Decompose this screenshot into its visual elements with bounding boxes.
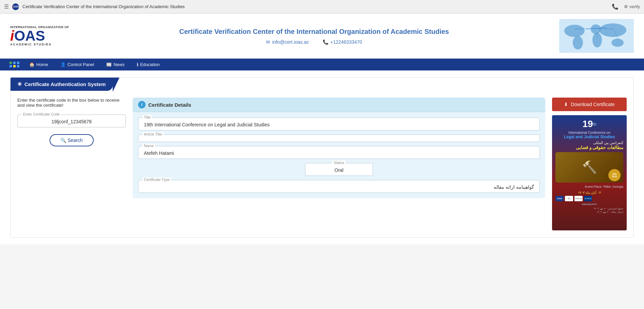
news-icon: 📰 bbox=[106, 62, 112, 67]
title-value: 19th International Conference on Legal a… bbox=[144, 122, 269, 127]
cert-type-value: گواهینامه ارائه مقاله bbox=[144, 184, 534, 190]
auth-card-header: ✳ Certificate Authentication System bbox=[11, 78, 113, 91]
nav-home-label: Home bbox=[36, 62, 48, 67]
header-center: Certificate Verification Center of the I… bbox=[69, 27, 560, 45]
logo-box: INTERNATIONAL ORGANIZATION OF i OAS ACAD… bbox=[10, 26, 69, 46]
nav-control-panel[interactable]: 👤 Control Panel bbox=[55, 59, 100, 70]
nav-dots bbox=[7, 59, 22, 70]
instruction-text: Enter the certificate code in the box be… bbox=[17, 98, 126, 108]
search-button[interactable]: 🔍 Search bbox=[50, 134, 93, 146]
svg-point-1 bbox=[564, 25, 585, 37]
cert-code-label: Enter Certificate Code bbox=[22, 112, 61, 116]
info-icon: i bbox=[138, 101, 146, 108]
main-content: ✳ Certificate Authentication System Ente… bbox=[0, 70, 644, 244]
poster-arabic2: مطالعات حقوقی و قضایی bbox=[555, 145, 623, 150]
logo-bottom-text: ACADEMIC STUDIES bbox=[10, 43, 69, 46]
verify-button[interactable]: ⚙ verify bbox=[624, 4, 640, 9]
certificate-code-group: Enter Certificate Code bbox=[17, 115, 126, 127]
details-body: Title 19th International Conference on L… bbox=[133, 112, 545, 198]
logo-letters-oas: OAS bbox=[14, 29, 45, 43]
download-label: Download Certificate bbox=[571, 102, 614, 107]
details-card: i Certificate Details Title 19th Interna… bbox=[133, 98, 545, 198]
navbar: 🏠 Home 👤 Control Panel 📰 News ℹ Educatio… bbox=[0, 59, 644, 70]
poster-logo-1: IOAS bbox=[555, 196, 564, 201]
phone-contact: 📞 +12246333470 bbox=[323, 39, 362, 45]
logo-ioas: i OAS bbox=[10, 29, 69, 43]
article-title-field: Article Title bbox=[138, 135, 540, 142]
phone-number: +12246333470 bbox=[330, 39, 362, 45]
name-value: Atefeh Hatami bbox=[144, 150, 174, 156]
status-label: Status bbox=[332, 161, 345, 165]
snowflake-icon: ✳ bbox=[17, 81, 22, 87]
name-label: Name bbox=[143, 144, 155, 148]
status-wrapper: Status Oral bbox=[138, 163, 540, 176]
dot-6 bbox=[17, 65, 19, 67]
download-certificate-button[interactable]: ⬇ Download Certificate bbox=[552, 98, 627, 111]
article-title-label: Article Title bbox=[143, 132, 164, 136]
poster-top: 19th bbox=[555, 119, 623, 129]
dot-2 bbox=[13, 62, 16, 64]
browser-bar: ☰ iOAS Certificate Verification Center o… bbox=[0, 0, 644, 14]
poster-text-small: حقوق کنفرانس: ۳۰ مهر ۱۴۰۳ ارسال مقاله: ۲… bbox=[555, 207, 623, 214]
user-icon: 👤 bbox=[60, 62, 66, 67]
poster-line2: Legal and Judicial Studies bbox=[555, 135, 623, 139]
cert-type-field: Certificate Type گواهینامه ارائه مقاله bbox=[138, 180, 540, 193]
svg-point-5 bbox=[599, 23, 626, 37]
browser-title: Certificate Verification Center of the I… bbox=[22, 4, 608, 9]
poster-gavel-icon: 🔨 bbox=[582, 160, 597, 174]
logo-area: INTERNATIONAL ORGANIZATION OF i OAS ACAD… bbox=[10, 26, 69, 46]
conference-poster: 19th International Conference on Legal a… bbox=[552, 115, 627, 230]
poster-logo-4: SCOPUS bbox=[584, 196, 592, 201]
search-icon: 🔍 bbox=[60, 138, 66, 143]
gear-icon: ⚙ bbox=[624, 4, 628, 9]
browser-phone-icon[interactable]: 📞 bbox=[612, 3, 619, 10]
poster-line1: International Conference on bbox=[555, 131, 623, 135]
details-header: i Certificate Details bbox=[133, 98, 545, 112]
status-value: Oral bbox=[335, 167, 343, 173]
education-icon: ℹ bbox=[137, 62, 138, 67]
nav-education[interactable]: ℹ Education bbox=[131, 59, 165, 70]
nav-control-panel-label: Control Panel bbox=[68, 62, 94, 67]
side-panel: ⬇ Download Certificate 19th Internationa… bbox=[552, 98, 627, 230]
dot-3 bbox=[17, 62, 19, 64]
certificate-details-panel: i Certificate Details Title 19th Interna… bbox=[133, 98, 545, 198]
cert-type-label: Certificate Type bbox=[143, 178, 171, 182]
email-icon: ✉ bbox=[266, 39, 270, 45]
nav-news[interactable]: 📰 News bbox=[101, 59, 130, 70]
left-panel: Enter the certificate code in the box be… bbox=[17, 98, 126, 146]
browser-actions: 📞 ⚙ verify bbox=[612, 3, 640, 10]
poster-logos: IOAS ISI CIVILICA SCOPUS bbox=[555, 196, 623, 201]
certificate-code-input[interactable] bbox=[23, 119, 120, 124]
search-label: Search bbox=[68, 138, 82, 143]
poster-stamp: ⚖ bbox=[608, 169, 621, 181]
details-header-label: Certificate Details bbox=[148, 102, 191, 108]
auth-card: ✳ Certificate Authentication System Ente… bbox=[10, 77, 634, 238]
email-address: info@cert.ioas.ac bbox=[272, 39, 309, 45]
logo-letter-i: i bbox=[10, 29, 14, 43]
header-contact: ✉ info@cert.ioas.ac 📞 +12246333470 bbox=[76, 39, 553, 45]
world-map bbox=[559, 19, 634, 53]
svg-point-4 bbox=[592, 33, 602, 47]
dot-4 bbox=[10, 65, 12, 67]
site-header: INTERNATIONAL ORGANIZATION OF i OAS ACAD… bbox=[0, 14, 644, 59]
title-field: Title 19th International Conference on L… bbox=[138, 118, 540, 130]
nav-news-label: News bbox=[113, 62, 125, 67]
name-field: Name Atefeh Hatami bbox=[138, 146, 540, 159]
site-title: Certificate Verification Center of the I… bbox=[76, 27, 553, 36]
poster-arabic1: کنفرانس بین المللی bbox=[555, 141, 623, 145]
dot-5 bbox=[13, 65, 16, 67]
nav-home[interactable]: 🏠 Home bbox=[24, 59, 54, 70]
auth-card-body: Enter the certificate code in the box be… bbox=[11, 91, 633, 237]
home-icon: 🏠 bbox=[29, 62, 35, 67]
menu-icon[interactable]: ☰ bbox=[4, 3, 9, 10]
poster-event-place: Event Place: Tbilisi, Georgia bbox=[555, 185, 623, 189]
title-label: Title bbox=[143, 115, 152, 119]
dot-1 bbox=[10, 62, 12, 64]
email-contact: ✉ info@cert.ioas.ac bbox=[266, 39, 309, 45]
favicon: iOAS bbox=[12, 3, 19, 10]
download-icon: ⬇ bbox=[564, 102, 568, 107]
poster-date: ۰۴ آبان ماه ۱۴۰۳ bbox=[555, 191, 623, 194]
poster-logo-3: CIVILICA bbox=[574, 196, 583, 201]
status-field: Status Oral bbox=[305, 163, 373, 176]
svg-point-2 bbox=[573, 36, 583, 49]
